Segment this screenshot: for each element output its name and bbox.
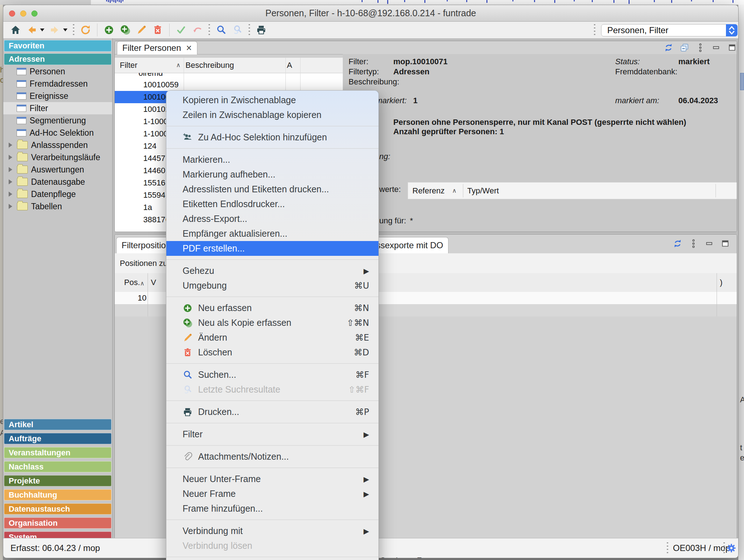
menu-item-filter[interactable]: Filter▶ (166, 427, 378, 442)
sidebar-folder-datenpflege[interactable]: Datenpflege (3, 188, 112, 200)
menu-item-adress-export[interactable]: Adress-Export... (166, 211, 378, 226)
table-row[interactable]: 10010059 (115, 79, 343, 91)
column-a[interactable]: A (287, 61, 292, 70)
new-icon[interactable] (103, 24, 115, 36)
maximize-icon[interactable] (720, 239, 730, 249)
expand-triangle-icon[interactable] (9, 204, 12, 209)
sidebar-item-filter[interactable]: Filter (3, 102, 112, 114)
menu-item-neu-erfassen[interactable]: Neu erfassen⌘N (166, 301, 378, 315)
sidebar-section-projekte[interactable]: Projekte (4, 475, 111, 486)
expand-triangle-icon[interactable] (9, 192, 12, 197)
menu-item-suchen[interactable]: Suchen...⌘F (166, 367, 378, 382)
menu-shortcut: ⇧⌘N (347, 318, 369, 328)
pane-refresh-icon[interactable] (664, 43, 674, 53)
chevron-updown-icon[interactable] (726, 24, 738, 36)
dropdown-caret-icon[interactable] (40, 29, 44, 31)
expand-triangle-icon[interactable] (9, 167, 12, 172)
menu-item-neu-als-kopie-erfassen[interactable]: Neu als Kopie erfassen⇧⌘N (166, 315, 378, 330)
confirm-icon[interactable] (175, 24, 187, 36)
sidebar-sections-bottom: ArtikelAufträgeVeranstaltungenNachlassPr… (3, 419, 112, 546)
menu-item-ändern[interactable]: Ändern⌘E (166, 330, 378, 345)
pane-refresh-icon[interactable] (673, 239, 683, 249)
more-icon[interactable] (695, 43, 705, 53)
sidebar-item-ereignisse[interactable]: Ereignisse (3, 90, 112, 102)
sidebar-folder-datenausgabe[interactable]: Datenausgabe (3, 176, 112, 188)
menu-item-drucken[interactable]: Drucken...⌘P (166, 404, 378, 419)
sidebar-section-organisation[interactable]: Organisation (4, 517, 111, 529)
back-icon[interactable] (26, 24, 38, 36)
minimize-icon[interactable] (704, 239, 714, 249)
tab-filter-personen[interactable]: Filter Personen × (117, 41, 197, 54)
sidebar-section-buchhaltung[interactable]: Buchhaltung (4, 489, 111, 500)
menu-item-neuer-frame[interactable]: Neuer Frame▶ (166, 486, 378, 501)
close-tab-icon[interactable]: × (186, 43, 192, 53)
menu-item-kopieren-in-zwischenablage[interactable]: Kopieren in Zwischenablage (166, 93, 378, 108)
menu-item-neuer-unter-frame[interactable]: Neuer Unter-Frame▶ (166, 472, 378, 486)
menu-item-verbindung-mit[interactable]: Verbindung mit▶ (166, 524, 378, 538)
column-pos[interactable]: Pos. (124, 273, 140, 292)
sidebar-section-adressen[interactable]: Adressen (4, 53, 111, 65)
sidebar-section-datenaustausch[interactable]: Datenaustausch (4, 503, 111, 515)
home-icon[interactable] (10, 24, 21, 36)
menu-item-empfänger-aktualisieren[interactable]: Empfänger aktualisieren... (166, 226, 378, 241)
markiert-am-value: 06.04.2023 (678, 96, 718, 105)
sort-asc-icon[interactable]: ∧ (452, 187, 456, 194)
dropdown-caret-icon[interactable] (63, 29, 67, 31)
search-icon[interactable] (215, 24, 227, 36)
sidebar-section-nachlass[interactable]: Nachlass (4, 461, 111, 472)
view-selector-dropdown[interactable]: Personen, Filter (601, 24, 738, 36)
sidebar-item-ad-hoc-selektion[interactable]: Ad-Hoc Selektion (3, 127, 112, 139)
menu-item-zeilen-in-zwischenablage-kopieren[interactable]: Zeilen in Zwischenablage kopieren (166, 108, 378, 122)
menu-item-zu-ad-hoc-selektion-hinzufügen[interactable]: Zu Ad-Hoc Selektion hinzufügen (166, 130, 378, 145)
more-icon[interactable] (688, 239, 699, 249)
menu-item-gehezu[interactable]: Gehezu▶ (166, 263, 378, 278)
column-typ-wert[interactable]: Typ/Wert (467, 186, 499, 196)
menu-item-umgebung[interactable]: Umgebung⌘U (166, 278, 378, 293)
status-label: Status: (615, 57, 640, 66)
sidebar-folder-verarbeitungsläufe[interactable]: Verarbeitungsläufe (3, 151, 112, 163)
print-icon[interactable] (255, 24, 267, 36)
menu-item-adresslisten-und-etiketten-drucken[interactable]: Adresslisten und Etiketten drucken... (166, 182, 378, 197)
sidebar-section-veranstaltungen[interactable]: Veranstaltungen (4, 447, 111, 458)
sidebar-section-aufträge[interactable]: Aufträge (4, 433, 111, 444)
column-filter[interactable]: Filter (120, 61, 137, 70)
filter-table-header[interactable]: Filter ∧ Beschreibung A (115, 58, 343, 73)
expand-triangle-icon[interactable] (9, 143, 12, 148)
title-bar[interactable]: Personen, Filter - h-10-68@192.168.0.214… (3, 5, 738, 22)
menu-item-etiketten-endlosdrucker[interactable]: Etiketten Endlosdrucker... (166, 197, 378, 211)
sort-asc-icon[interactable]: ∧ (140, 274, 144, 293)
sidebar-folder-tabellen[interactable]: Tabellen (3, 200, 112, 213)
maximize-icon[interactable] (727, 43, 737, 53)
sidebar-section-favoriten[interactable]: Favoriten (4, 40, 111, 52)
sort-asc-icon[interactable]: ∧ (176, 61, 180, 69)
minimize-icon[interactable] (711, 43, 721, 53)
delete-icon[interactable] (152, 24, 163, 36)
menu-item-frame-hinzufügen[interactable]: Frame hinzufügen... (166, 501, 378, 516)
expand-triangle-icon[interactable] (9, 179, 12, 184)
sidebar-item-segmentierung[interactable]: Segmentierung (3, 114, 112, 127)
undo-icon[interactable] (192, 24, 203, 36)
refresh-icon[interactable] (80, 24, 91, 36)
edit-icon[interactable] (136, 24, 147, 36)
column-v[interactable]: V (151, 273, 156, 292)
menu-item-markierung-aufheben[interactable]: Markierung aufheben... (166, 167, 378, 182)
sidebar-folder-anlassspenden[interactable]: Anlassspenden (3, 139, 112, 151)
search-last-icon (232, 24, 243, 36)
sidebar-item-personen[interactable]: Personen (3, 65, 112, 78)
gear-icon[interactable] (726, 543, 736, 553)
new-copy-icon[interactable] (119, 24, 131, 36)
menu-item-pdf-erstellen[interactable]: PDF erstellen... (166, 241, 378, 256)
column-referenz[interactable]: Referenz (412, 186, 445, 196)
referenz-table-header[interactable]: Referenz ∧ Typ/Wert (408, 182, 737, 199)
sidebar-section-artikel[interactable]: Artikel (4, 419, 111, 430)
menu-separator (166, 259, 378, 260)
menu-item-löschen[interactable]: Löschen⌘D (166, 345, 378, 360)
expand-triangle-icon[interactable] (9, 155, 12, 160)
sidebar-item-fremdadressen[interactable]: Fremdadressen (3, 78, 112, 90)
column-beschreibung[interactable]: Beschreibung (185, 61, 234, 70)
menu-item-markieren[interactable]: Markieren... (166, 152, 378, 167)
duplicate-icon[interactable] (679, 43, 690, 53)
menu-item-attachments-notizen[interactable]: Attachments/Notizen... (166, 449, 378, 464)
sidebar-folder-auswertungen[interactable]: Auswertungen (3, 163, 112, 176)
table-row[interactable]: oiremd (115, 73, 343, 79)
